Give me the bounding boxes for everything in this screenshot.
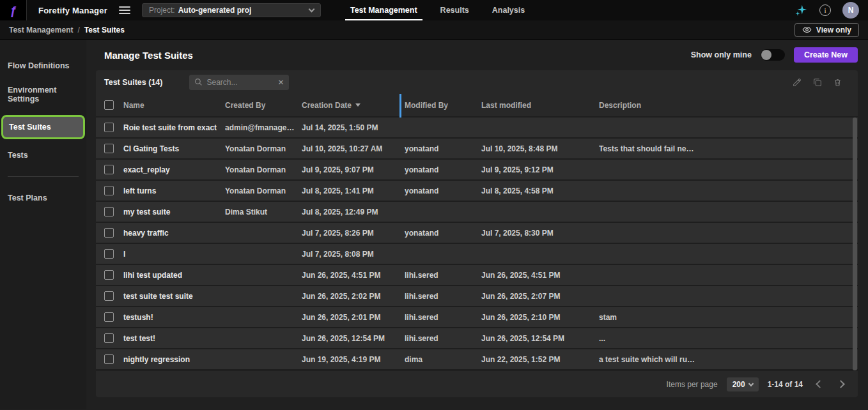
app-logo[interactable]: ƒ [0,0,27,20]
table-row[interactable]: test suite test suiteJun 26, 2025, 2:02 … [96,286,858,307]
project-value: Auto-generated proj [178,6,252,15]
column-header-description[interactable]: Description [599,101,858,110]
table-row[interactable]: lihi test updatedJun 26, 2025, 4:51 PMli… [96,265,858,286]
column-header-modified-by[interactable]: Modified By [399,101,481,110]
table-title: Test Suites (14) [104,78,162,87]
column-label: Modified By [405,101,448,110]
row-checkbox[interactable] [104,228,114,238]
pagination-footer: Items per page 200 1-14 of 14 [96,370,858,397]
table-row[interactable]: nightly regressionJun 19, 2025, 4:19 PMd… [96,349,858,370]
edit-icon[interactable] [792,77,802,87]
info-icon[interactable]: i [819,4,831,16]
table-row[interactable]: CI Gating TestsYonatan DormanJul 10, 202… [96,139,858,160]
table-row[interactable]: testush!Jun 26, 2025, 2:01 PMlihi.seredJ… [96,307,858,328]
cell-creation-date: Jun 19, 2025, 4:19 PM [302,355,399,364]
table-row[interactable]: lJul 7, 2025, 8:08 PM [96,244,858,265]
eye-icon [802,25,812,34]
cell-name: l [123,250,225,259]
row-checkbox[interactable] [104,291,114,301]
cell-name: CI Gating Tests [123,144,225,153]
table-row[interactable]: exact_replayYonatan DormanJul 9, 2025, 9… [96,160,858,181]
chevron-down-icon [748,381,753,386]
column-header-creation-date[interactable]: Creation Date [302,101,399,110]
row-checkbox[interactable] [104,165,114,174]
row-checkbox[interactable] [104,270,114,280]
sidebar-item-test-plans[interactable]: Test Plans [0,186,86,210]
cell-name: Roie test suite from exact [123,123,225,132]
row-checkbox[interactable] [104,354,114,364]
sidebar-item-test-suites[interactable]: Test Suites [1,115,85,139]
toolbar-actions [792,77,842,87]
show-only-mine-label: Show only mine [691,50,752,59]
row-checkbox[interactable] [104,144,114,153]
breadcrumb-test-management[interactable]: Test Management [9,26,73,34]
project-selector[interactable]: Project: Auto-generated proj [142,3,321,17]
clear-search-icon[interactable]: ✕ [277,78,284,87]
column-header-created-by[interactable]: Created By [225,101,302,110]
sort-desc-icon [355,103,360,107]
cell-creation-date: Jul 7, 2025, 8:26 PM [302,229,399,238]
main-content: Manage Test Suites Show only mine Create… [86,40,868,409]
cell-last-modified: Jul 8, 2025, 4:58 PM [481,186,599,195]
select-all-checkbox[interactable] [104,100,114,110]
tab-analysis[interactable]: Analysis [481,0,536,20]
search-box: ✕ [189,75,289,90]
tab-results[interactable]: Results [429,0,481,20]
cell-name: lihi test updated [123,271,225,280]
sidebar-item-flow-definitions[interactable]: Flow Definitions [0,54,86,78]
tab-test-management[interactable]: Test Management [339,0,429,20]
delete-icon[interactable] [833,77,842,87]
row-checkbox[interactable] [104,312,114,322]
table-header-row: NameCreated ByCreation DateModified ByLa… [96,94,858,118]
table-row[interactable]: test test!Jun 26, 2025, 12:54 PMlihi.ser… [96,328,858,349]
sparkles-icon[interactable] [794,3,808,17]
hamburger-menu-icon[interactable] [119,6,130,14]
row-checkbox[interactable] [104,123,114,132]
row-checkbox[interactable] [104,249,114,259]
table-row[interactable]: my test suiteDima StikutJul 8, 2025, 12:… [96,202,858,223]
cell-created-by: Yonatan Dorman [225,144,302,153]
items-per-page-select[interactable]: 200 [727,377,759,391]
column-header-last-modified[interactable]: Last modified [481,101,599,110]
duplicate-icon[interactable] [812,77,823,87]
sidebar-nav: Flow DefinitionsEnvironment SettingsTest… [0,40,86,409]
cell-creation-date: Jun 26, 2025, 12:54 PM [302,334,399,343]
table-row[interactable]: heavy trafficJul 7, 2025, 8:26 PMyonatan… [96,223,858,244]
cell-creation-date: Jul 14, 2025, 1:50 PM [302,123,399,132]
previous-page-icon[interactable] [816,380,824,388]
search-input[interactable] [206,78,275,87]
row-checkbox[interactable] [104,186,114,195]
cell-modified-by: yonatand [399,144,481,153]
vertical-scrollbar[interactable] [853,118,857,370]
cell-last-modified: Jun 22, 2025, 1:52 PM [481,355,599,364]
next-page-icon[interactable] [837,380,845,388]
breadcrumb: Test Management / Test Suites [9,26,125,34]
project-prefix-label: Project: [149,6,175,15]
cell-last-modified: Jun 26, 2025, 4:51 PM [481,271,599,280]
view-only-button[interactable]: View only [794,23,859,37]
row-checkbox[interactable] [104,207,114,216]
row-checkbox[interactable] [104,333,114,343]
cell-last-modified: Jul 7, 2025, 8:30 PM [481,229,599,238]
column-header-name[interactable]: Name [123,101,225,110]
table-row[interactable]: left turnsYonatan DormanJul 8, 2025, 1:4… [96,181,858,202]
table-row[interactable]: Roie test suite from exactadmin@fmanager… [96,118,858,139]
sidebar-item-tests[interactable]: Tests [0,143,86,167]
cell-creation-date: Jul 8, 2025, 1:41 PM [302,186,399,195]
top-tabs: Test ManagementResultsAnalysis [339,0,536,20]
sidebar-item-environment-settings[interactable]: Environment Settings [0,78,86,111]
test-suites-panel: Test Suites (14) ✕ [96,70,858,397]
column-label: Name [123,101,144,110]
breadcrumb-separator: / [77,26,79,34]
cell-creation-date: Jul 9, 2025, 9:07 PM [302,165,399,174]
show-only-mine-toggle[interactable] [761,49,785,61]
column-drag-indicator[interactable] [399,94,401,118]
column-label: Created By [225,101,265,110]
create-new-button[interactable]: Create New [794,47,858,63]
user-avatar[interactable]: N [842,2,859,19]
cell-created-by: Yonatan Dorman [225,186,302,195]
breadcrumb-bar: Test Management / Test Suites View only [0,20,868,40]
cell-modified-by: lihi.sered [399,292,481,301]
cell-name: test test! [123,334,225,343]
cell-last-modified: Jun 26, 2025, 12:54 PM [481,334,599,343]
